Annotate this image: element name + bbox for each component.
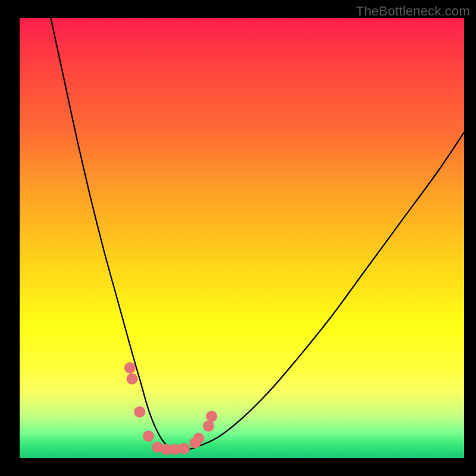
highlight-dot [206,411,217,422]
plot-area [20,18,464,458]
highlight-dot [178,443,190,454]
highlight-dot [134,406,145,418]
chart-frame: TheBottleneck.com [0,0,476,476]
highlight-dot [124,362,136,374]
watermark-text: TheBottleneck.com [356,4,470,19]
highlight-dot [127,373,138,384]
highlight-dot [203,421,214,432]
highlight-dot [193,433,205,444]
highlight-dot [143,431,154,442]
bottleneck-curve [51,18,464,450]
bottleneck-curve-svg [20,18,464,458]
